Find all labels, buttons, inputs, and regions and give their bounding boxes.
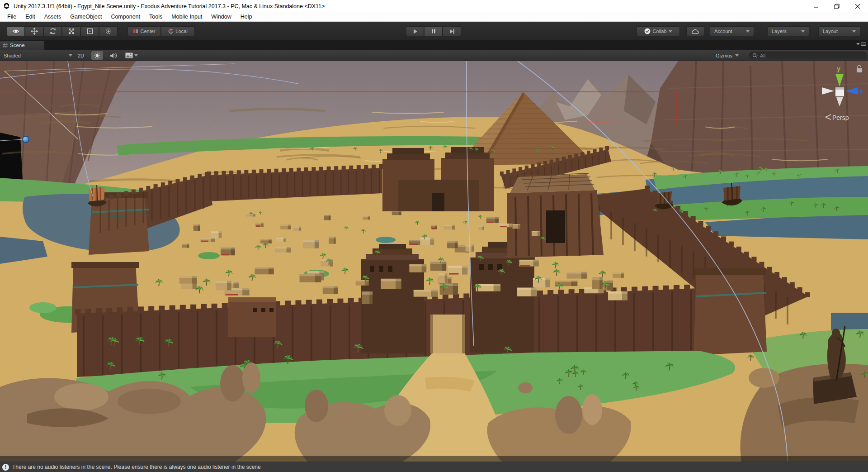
warning-icon: ! (2, 464, 9, 471)
menu-edit[interactable]: Edit (21, 12, 40, 22)
pivot-local-label: Local (175, 29, 187, 34)
menu-window[interactable]: Window (207, 12, 236, 22)
tab-scene-label: Scene (10, 43, 25, 48)
search-icon (752, 53, 759, 58)
window-title: Unity 2017.3.1f1 (64bit) - Egypt_Nile Sc… (14, 3, 325, 10)
draw-mode-caret-icon (69, 54, 72, 57)
label-2d: 2D (78, 53, 84, 58)
layout-label: Layout (823, 29, 838, 34)
panel-menu-icon[interactable] (856, 42, 866, 46)
handle-sphere (23, 136, 29, 143)
gizmo-search[interactable] (749, 52, 867, 59)
sun-icon[interactable] (91, 51, 103, 60)
effects-caret-icon (134, 54, 138, 57)
transform-tool-icon[interactable] (99, 26, 118, 36)
rect-tool-icon[interactable] (81, 26, 99, 36)
unity-editor-window: Unity 2017.3.1f1 (64bit) - Egypt_Nile Sc… (0, 0, 868, 472)
rotate-icon[interactable] (44, 26, 62, 36)
menu-component[interactable]: Component (106, 12, 145, 22)
pivot-center-label: Center (140, 29, 155, 34)
menu-file[interactable]: File (3, 12, 21, 22)
layers-dropdown[interactable]: Layers (767, 26, 809, 36)
scene-view-toolbar: Shaded 2D Gizmos (0, 50, 868, 61)
unity-logo-icon (3, 2, 10, 10)
pause-icon[interactable] (425, 26, 443, 36)
main-toolbar: Center Local Collab Account La (0, 22, 868, 40)
layout-dropdown[interactable]: Layout (818, 26, 860, 36)
move-icon[interactable] (25, 26, 43, 36)
status-bar[interactable]: ! There are no audio listeners in the sc… (0, 462, 868, 472)
gizmos-dropdown[interactable]: Gizmos (716, 51, 739, 60)
view-eye-icon[interactable] (7, 26, 25, 36)
menu-mobile-input[interactable]: Mobile Input (167, 12, 207, 22)
effects-dropdown[interactable] (125, 51, 138, 60)
account-dropdown[interactable]: Account (710, 26, 754, 36)
layers-caret-icon (801, 30, 805, 33)
restore-icon[interactable] (826, 0, 847, 12)
collab-caret-icon (669, 30, 672, 33)
pivot-center-button[interactable]: Center (127, 26, 161, 36)
close-icon[interactable] (847, 0, 868, 12)
scale-icon[interactable] (62, 26, 80, 36)
image-icon (125, 52, 133, 58)
step-icon[interactable] (443, 26, 461, 36)
menu-help[interactable]: Help (236, 12, 257, 22)
draw-mode-dropdown[interactable]: Shaded (4, 51, 72, 60)
cloud-icon[interactable] (686, 26, 704, 36)
account-caret-icon (746, 30, 750, 33)
axis-y-label: y (837, 65, 840, 72)
scene-viewport[interactable]: y z Persp (0, 61, 868, 462)
grid-icon (3, 43, 8, 48)
speaker-icon[interactable] (110, 51, 117, 60)
menu-bar: File Edit Assets GameObject Component To… (0, 12, 868, 22)
menu-assets[interactable]: Assets (40, 12, 66, 22)
gizmos-caret-icon (735, 54, 739, 57)
layers-label: Layers (772, 29, 787, 34)
pivot-icon (133, 29, 138, 34)
axis-z-label: z (860, 88, 863, 95)
draw-mode-label: Shaded (4, 53, 21, 58)
collab-check-icon (644, 28, 651, 34)
tab-scene[interactable]: Scene (0, 41, 44, 50)
collab-label: Collab (652, 29, 666, 34)
title-bar: Unity 2017.3.1f1 (64bit) - Egypt_Nile Sc… (0, 0, 868, 12)
account-label: Account (714, 29, 732, 34)
panel-tab-bar: Scene (0, 40, 868, 50)
gizmos-label: Gizmos (716, 53, 732, 58)
menu-gameobject[interactable]: GameObject (66, 12, 106, 22)
pivot-local-button[interactable]: Local (161, 26, 195, 36)
viewport-vignette (0, 456, 868, 462)
layout-caret-icon (852, 30, 856, 33)
collab-button[interactable]: Collab (637, 26, 680, 36)
globe-icon (168, 29, 174, 34)
projection-label[interactable]: Persp (832, 114, 849, 121)
status-message: There are no audio listeners in the scen… (12, 464, 261, 470)
play-icon[interactable] (406, 26, 424, 36)
minimize-icon[interactable] (806, 0, 826, 12)
gizmo-search-input[interactable] (760, 53, 850, 58)
menu-tools[interactable]: Tools (145, 12, 167, 22)
toggle-2d-button[interactable]: 2D (75, 51, 87, 60)
